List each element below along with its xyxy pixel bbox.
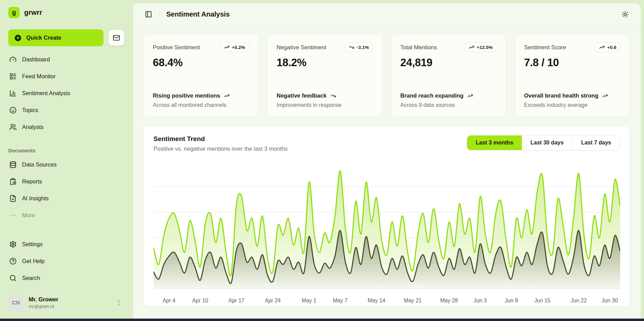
trend-card-header: Sentiment Trend Positive vs. negative me…: [153, 135, 620, 152]
panel-left-icon: [145, 11, 152, 18]
svg-text:Jun 30: Jun 30: [602, 298, 618, 303]
quick-create-row: Quick Create: [8, 29, 125, 46]
stat-card-description: Exceeds industry average: [524, 102, 621, 108]
circle-plus-icon: [14, 34, 22, 42]
stat-cards-row: Positive Sentiment +5.2% 68.4% Rising po…: [143, 34, 630, 117]
trend-down-icon: [330, 93, 336, 99]
sidebar-main-nav: Dashboard Feed Monitor Sentiment Analysi…: [8, 51, 125, 136]
stat-card-badge: +12.5%: [464, 42, 497, 52]
sidebar-item-feed-monitor[interactable]: Feed Monitor: [8, 68, 125, 85]
sidebar-footer-nav: Settings Get Help Search: [8, 236, 125, 287]
svg-text:Jun 3: Jun 3: [474, 298, 487, 303]
mail-icon: [113, 34, 120, 41]
sidebar-item-settings[interactable]: Settings: [8, 236, 125, 253]
stat-card-0: Positive Sentiment +5.2% 68.4% Rising po…: [143, 34, 259, 117]
ellipsis-icon: [9, 212, 17, 219]
trend-up-icon: [599, 44, 605, 50]
svg-text:Jun 9: Jun 9: [505, 298, 518, 303]
svg-text:Jun 22: Jun 22: [571, 298, 587, 303]
svg-text:AI: AI: [12, 198, 14, 200]
stat-card-value: 18.2%: [277, 57, 374, 69]
bar-chart-icon: [9, 90, 17, 97]
trend-up-icon: [602, 93, 608, 99]
user-menu-button[interactable]: [113, 297, 125, 308]
sidebar-item-more[interactable]: More: [8, 207, 125, 224]
trend-up-icon: [224, 93, 229, 99]
user-email: mr@grwrr.id: [29, 304, 58, 309]
trend-down-icon: [349, 44, 354, 50]
svg-text:Apr 17: Apr 17: [228, 298, 244, 303]
stat-card-3: Sentiment Score +0.6 7.8 / 10 Overall br…: [515, 34, 630, 117]
tab-last-7-days[interactable]: Last 7 days: [572, 136, 620, 150]
trend-up-icon: [469, 44, 474, 50]
quick-create-button[interactable]: Quick Create: [8, 29, 103, 46]
sidebar: g grwrr Quick Create Dashboard Feed Moni…: [0, 0, 133, 319]
sidebar-item-dashboard[interactable]: Dashboard: [8, 51, 125, 68]
sidebar-toggle-button[interactable]: [143, 9, 153, 19]
quick-create-label: Quick Create: [26, 34, 61, 41]
sidebar-item-analysts[interactable]: Analysts: [8, 119, 125, 136]
stat-card-2: Total Mentions +12.5% 24,819 Brand reach…: [391, 34, 507, 117]
trend-subtitle: Positive vs. negative mentions over the …: [153, 146, 288, 152]
sentiment-trend-card: Sentiment Trend Positive vs. negative me…: [143, 126, 630, 307]
smile-icon: [9, 107, 17, 114]
stat-card-label: Total Mentions: [400, 44, 437, 51]
sidebar-documents-nav: Data Sources Reports AI AI Insights More: [8, 156, 125, 224]
sidebar-item-data-sources[interactable]: Data Sources: [8, 156, 125, 173]
gear-icon: [9, 241, 17, 248]
tab-last-3-months[interactable]: Last 3 months: [467, 136, 522, 150]
page-title: Sentiment Analysis: [166, 10, 230, 18]
sidebar-spacer: [8, 224, 125, 236]
svg-text:Apr 4: Apr 4: [162, 298, 176, 303]
svg-text:May 14: May 14: [368, 298, 386, 303]
sun-icon: [622, 11, 629, 18]
stat-card-description: Improvements in response: [277, 102, 374, 108]
theme-toggle-button[interactable]: [620, 9, 630, 19]
stat-card-badge: +5.2%: [219, 42, 250, 52]
svg-text:Jun 15: Jun 15: [534, 298, 551, 303]
sidebar-item-topics[interactable]: Topics: [8, 102, 125, 119]
sidebar-item-search[interactable]: Search: [8, 270, 125, 287]
header-divider: [160, 10, 160, 19]
svg-text:May 1: May 1: [302, 298, 317, 303]
svg-text:May 21: May 21: [404, 298, 422, 303]
sidebar-item-reports[interactable]: Reports: [8, 173, 125, 190]
brand: g grwrr: [8, 7, 125, 18]
sidebar-item-ai-insights[interactable]: AI AI Insights: [8, 190, 125, 207]
bottom-edge-bar: [0, 319, 644, 321]
sidebar-item-sentiment-analysis[interactable]: Sentiment Analysis: [8, 85, 125, 102]
stat-card-badge: -3.1%: [344, 42, 373, 52]
stat-card-1: Negative Sentiment -3.1% 18.2% Negative …: [267, 34, 383, 117]
time-range-tabs: Last 3 monthsLast 30 daysLast 7 days: [467, 135, 620, 150]
stat-card-label: Sentiment Score: [524, 44, 566, 51]
stat-card-label: Negative Sentiment: [277, 44, 326, 51]
page-content: Positive Sentiment +5.2% 68.4% Rising po…: [133, 26, 641, 319]
svg-text:May 28: May 28: [440, 298, 458, 303]
gauge-icon: [9, 56, 17, 63]
stat-card-value: 68.4%: [153, 57, 250, 69]
tab-last-30-days[interactable]: Last 30 days: [522, 136, 572, 150]
layout-list-icon: [9, 73, 17, 80]
stat-card-description: Across 9 data sources: [400, 102, 497, 108]
user-profile[interactable]: CN Mr. Grower mr@grwrr.id: [8, 295, 125, 310]
stat-card-headline: Rising positive mentions: [153, 92, 220, 99]
kebab-icon: [115, 299, 122, 306]
inbox-button[interactable]: [108, 30, 125, 46]
file-ai-icon: AI: [9, 195, 17, 202]
brand-logo: g: [8, 7, 20, 18]
user-text: Mr. Grower mr@grwrr.id: [29, 296, 58, 309]
sidebar-item-get-help[interactable]: Get Help: [8, 253, 125, 270]
trend-card-titles: Sentiment Trend Positive vs. negative me…: [153, 135, 288, 152]
search-icon: [9, 274, 17, 282]
trend-chart: Apr 4Apr 10Apr 17Apr 24May 1May 7May 14M…: [153, 161, 620, 307]
stat-card-headline: Negative feedback: [277, 92, 327, 99]
app-root: g grwrr Quick Create Dashboard Feed Moni…: [0, 0, 644, 319]
avatar: CN: [8, 295, 24, 310]
database-icon: [9, 161, 17, 168]
stat-card-headline: Brand reach expanding: [400, 92, 464, 99]
stat-card-headline: Overall brand health strong: [524, 92, 598, 99]
trend-up-icon: [467, 93, 473, 99]
trend-up-icon: [224, 44, 229, 50]
trend-title: Sentiment Trend: [153, 135, 288, 143]
clipboard-clock-icon: [9, 178, 17, 185]
